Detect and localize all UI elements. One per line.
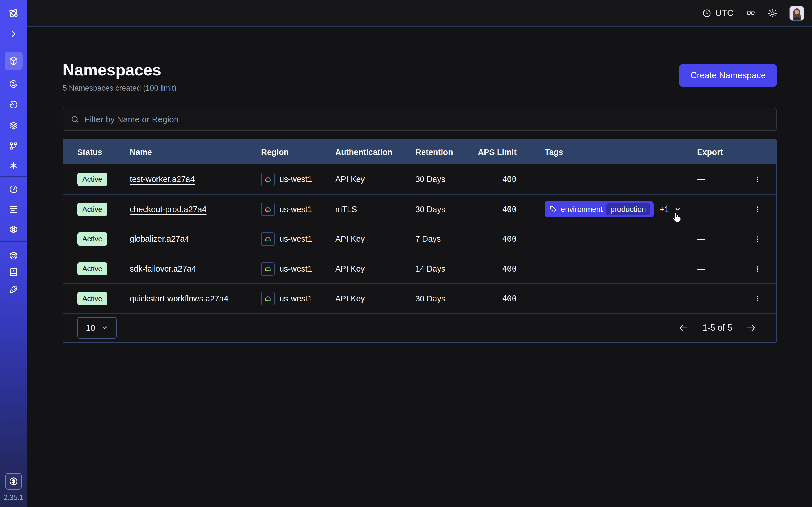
- status-badge: Active: [77, 232, 107, 245]
- main-content: Namespaces 5 Namespaces created (100 lim…: [27, 27, 812, 507]
- retention-label: 7 Days: [401, 234, 471, 244]
- next-page-arrow-icon[interactable]: [746, 323, 756, 333]
- row-actions-kebab-icon[interactable]: [751, 233, 764, 245]
- tags-cell: environment production +1: [530, 201, 683, 217]
- sidebar-item-docs[interactable]: [7, 265, 20, 279]
- sidebar-item-settings[interactable]: [7, 223, 20, 236]
- sidebar-item-billing[interactable]: [7, 203, 20, 216]
- namespace-link[interactable]: sdk-failover.a27a4: [130, 264, 196, 273]
- col-region: Region: [247, 148, 321, 157]
- gcp-region-icon: [261, 292, 274, 305]
- sidebar-item-workflows[interactable]: [7, 139, 20, 153]
- previous-page-arrow-icon[interactable]: [678, 323, 689, 333]
- create-namespace-button[interactable]: Create Namespace: [679, 64, 777, 87]
- page-title: Namespaces: [63, 60, 161, 79]
- gcp-region-icon: [261, 262, 274, 276]
- page-size-value: 10: [86, 323, 95, 333]
- col-status: Status: [63, 148, 116, 157]
- gcp-region-icon: [261, 173, 274, 186]
- app-version: 2.35.1: [0, 494, 27, 502]
- region-label: us-west1: [280, 175, 312, 184]
- export-value: —: [697, 294, 705, 303]
- namespace-link[interactable]: test-worker.a27a4: [130, 175, 195, 184]
- region-label: us-west1: [280, 294, 312, 303]
- region-label: us-west1: [280, 234, 312, 244]
- credits-badge-button[interactable]: [5, 473, 22, 490]
- sidebar-divider: [0, 241, 27, 242]
- sidebar-item-getting-started[interactable]: [7, 283, 20, 296]
- col-export: Export: [683, 148, 777, 157]
- swirl-icon: [9, 79, 18, 89]
- tags-expand-chevron-icon[interactable]: [673, 205, 682, 214]
- asterisk-icon: [9, 161, 18, 170]
- status-badge: Active: [77, 203, 107, 216]
- temporal-logo-icon: [7, 6, 20, 20]
- retention-label: 30 Days: [401, 205, 471, 214]
- retention-label: 14 Days: [401, 264, 471, 274]
- sidebar-item-schedules[interactable]: [7, 98, 20, 112]
- region-label: us-west1: [280, 205, 312, 214]
- sidebar: 2.35.1: [0, 0, 27, 507]
- glasses-icon[interactable]: [746, 8, 756, 18]
- sidebar-item-usage[interactable]: [7, 182, 20, 196]
- expand-sidebar-chevron-icon[interactable]: [7, 27, 20, 41]
- gcp-region-icon: [261, 232, 274, 246]
- aps-limit-value: 400: [471, 234, 530, 244]
- status-badge: Active: [77, 292, 107, 305]
- sidebar-item-insights[interactable]: [7, 77, 20, 91]
- export-value: —: [697, 175, 705, 184]
- auth-label: API Key: [321, 264, 401, 274]
- region-label: us-west1: [280, 264, 312, 274]
- retention-label: 30 Days: [401, 294, 471, 303]
- clock-icon: [702, 8, 712, 18]
- retention-label: 30 Days: [401, 175, 471, 184]
- page-subtitle: 5 Namespaces created (100 limit): [63, 84, 176, 93]
- row-actions-kebab-icon[interactable]: [751, 263, 764, 275]
- chevron-down-icon: [101, 324, 108, 332]
- table-header-row: Status Name Region Authentication Retent…: [63, 140, 776, 165]
- namespace-link[interactable]: checkout-prod.a27a4: [130, 205, 206, 214]
- aps-limit-value: 400: [471, 264, 530, 274]
- export-value: —: [697, 234, 705, 244]
- layers-icon: [9, 121, 18, 130]
- table-row: Active test-worker.a27a4 us-west1 API Ke…: [63, 165, 776, 194]
- rocket-icon: [9, 285, 18, 294]
- col-retention: Retention: [401, 148, 471, 157]
- topbar: UTC: [27, 0, 812, 27]
- auth-label: API Key: [321, 294, 401, 303]
- dollar-seal-icon: [8, 476, 18, 487]
- row-actions-kebab-icon[interactable]: [751, 203, 764, 216]
- filter-input[interactable]: [85, 115, 769, 124]
- auth-label: API Key: [321, 175, 401, 184]
- pagination: 1-5 of 5: [678, 323, 756, 333]
- pagination-range: 1-5 of 5: [703, 323, 732, 333]
- col-name: Name: [116, 148, 247, 157]
- tag-icon: [550, 206, 557, 213]
- timezone-selector[interactable]: UTC: [702, 8, 733, 18]
- status-badge: Active: [77, 173, 107, 186]
- auth-label: mTLS: [321, 205, 401, 214]
- gear-icon: [9, 225, 18, 234]
- page-size-select[interactable]: 10: [77, 317, 117, 339]
- book-sparkles-icon: [9, 267, 18, 277]
- timezone-label: UTC: [715, 8, 733, 18]
- col-aps-limit: APS Limit: [471, 148, 530, 157]
- sidebar-item-nexus[interactable]: [7, 159, 20, 172]
- search-icon: [70, 115, 80, 124]
- sun-theme-toggle-icon[interactable]: [767, 8, 777, 18]
- table-row: Active sdk-failover.a27a4 us-west1 API K…: [63, 254, 776, 284]
- sidebar-item-namespaces[interactable]: [4, 52, 22, 70]
- namespace-link[interactable]: quickstart-workflows.a27a4: [130, 294, 229, 303]
- cube-icon: [8, 56, 18, 66]
- namespace-link[interactable]: globalizer.a27a4: [130, 234, 189, 243]
- sidebar-item-support[interactable]: [7, 249, 20, 263]
- gcp-region-icon: [261, 203, 274, 216]
- row-actions-kebab-icon[interactable]: [751, 173, 764, 186]
- user-avatar[interactable]: [790, 6, 804, 20]
- life-ring-icon: [9, 251, 18, 261]
- table-row: Active checkout-prod.a27a4 us-west1 mTLS…: [63, 194, 776, 224]
- tag-pill[interactable]: environment production: [545, 201, 654, 217]
- sidebar-item-stacks[interactable]: [7, 119, 20, 132]
- row-actions-kebab-icon[interactable]: [751, 292, 764, 305]
- table-row: Active globalizer.a27a4 us-west1 API Key…: [63, 224, 776, 254]
